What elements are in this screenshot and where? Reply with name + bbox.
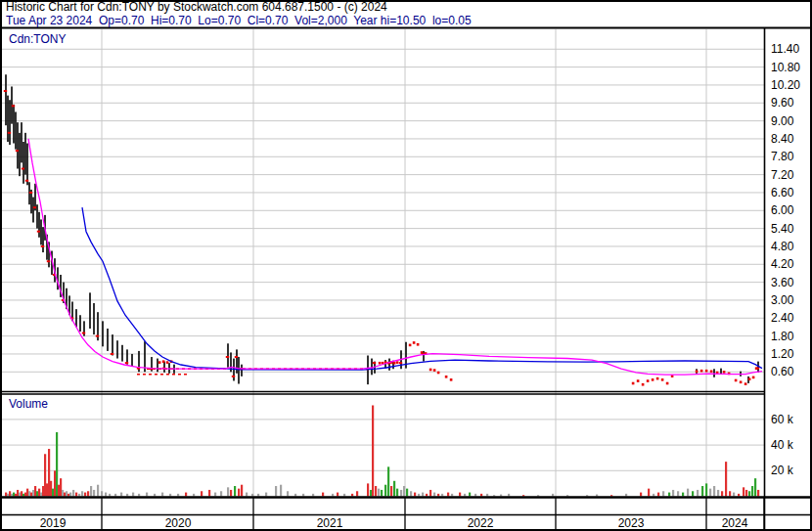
volume-tick-label: 60 k xyxy=(771,413,793,426)
price-tick-label: 1.80 xyxy=(771,330,793,343)
year-label: 2019 xyxy=(23,516,82,530)
price-tick-label: 5.40 xyxy=(771,222,793,236)
symbol-label: Cdn:TONY xyxy=(9,33,66,46)
price-tick-label: 4.20 xyxy=(771,257,793,271)
stock-chart-svg xyxy=(0,0,812,531)
year-label: 2021 xyxy=(300,516,359,530)
price-tick-label: 9.00 xyxy=(771,114,793,128)
price-tick-label: 7.80 xyxy=(771,150,793,163)
year-label: 2020 xyxy=(149,516,207,530)
volume-tick-label: 20 k xyxy=(771,464,793,477)
price-tick-label: 3.60 xyxy=(771,276,793,289)
price-tick-label: 4.80 xyxy=(771,240,793,253)
year-label: 2024 xyxy=(705,516,764,530)
volume-panel-label: Volume xyxy=(9,398,48,411)
stock-chart-window: Historic Chart for Cdn:TONY by Stockwatc… xyxy=(0,0,812,531)
price-tick-label: 0.60 xyxy=(771,365,793,378)
price-tick-label: 10.20 xyxy=(771,78,800,92)
volume-tick-label: 40 k xyxy=(771,438,793,452)
price-tick-label: 1.20 xyxy=(771,347,793,361)
year-label: 2022 xyxy=(451,516,510,530)
price-tick-label: 9.60 xyxy=(771,96,793,110)
price-tick-label: 11.40 xyxy=(771,42,799,56)
price-tick-label: 3.00 xyxy=(771,293,793,307)
quote-line: Tue Apr 23 2024 Op=0.70 Hi=0.70 Lo=0.70 … xyxy=(6,15,472,27)
price-tick-label: 8.40 xyxy=(771,132,793,146)
price-tick-label: 10.80 xyxy=(771,61,800,74)
price-tick-label: 2.40 xyxy=(771,311,793,325)
price-tick-label: 7.20 xyxy=(771,168,793,182)
year-label: 2023 xyxy=(602,516,660,530)
price-tick-label: 6.60 xyxy=(771,186,793,199)
chart-title: Historic Chart for Cdn:TONY by Stockwatc… xyxy=(6,1,387,14)
price-tick-label: 6.00 xyxy=(771,203,793,217)
